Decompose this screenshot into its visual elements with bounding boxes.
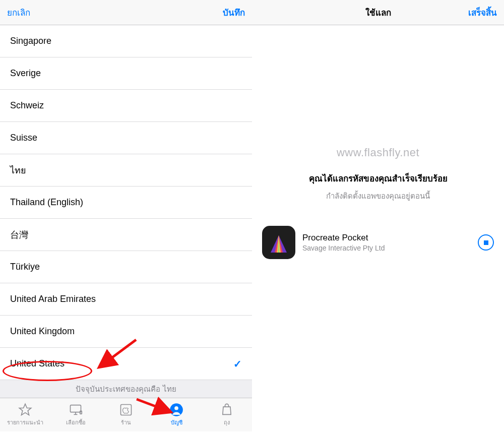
save-button[interactable]: บันทึก [205,6,245,19]
redeem-success-subtitle: กำลังติดตั้งแอพของคุณอยู่ตอนนี้ [267,190,489,202]
tab-label: ถุง [224,418,230,427]
stop-icon [484,240,488,245]
tab-label: รายการแนะนำ [7,418,43,427]
current-country-status: ปัจจุบันประเทศของคุณคือ ไทย [0,380,252,398]
country-name: United States [10,358,65,369]
prism-icon [268,234,290,255]
country-row[interactable]: Schweiz [0,90,252,122]
status-text: ปัจจุบันประเทศของคุณคือ ไทย [76,383,176,395]
country-list: Singapore Sverige Schweiz Suisse ไทย Tha… [0,25,252,380]
app-name: Procreate Pocket [302,233,471,243]
checkmark-icon: ✓ [233,358,242,370]
country-row[interactable]: Thailand (English) [0,187,252,219]
done-button[interactable]: เสร็จสิ้น [457,6,497,19]
country-name: Thailand (English) [10,197,83,208]
cancel-button[interactable]: ยกเลิก [7,6,47,19]
country-name: Sverige [10,68,41,79]
navbar-right: ใช้แลก เสร็จสิ้น [252,0,504,25]
apple-store-icon [119,403,133,417]
imac-icon [69,403,83,417]
star-icon [18,403,32,417]
person-circle-icon [169,403,183,417]
tab-bar: รายการแนะนำ เลือกซื้อ ร้าน บัญชี ถุง [0,398,252,431]
country-row[interactable]: United States ✓ [0,348,252,380]
watermark-text: www.flashfly.net [252,146,504,159]
tab-label: บัญชี [171,418,182,427]
redeem-success-title: คุณได้แลกรหัสของคุณสำเร็จเรียบร้อย [267,171,489,185]
country-name: ไทย [10,163,26,177]
country-name: Suisse [10,133,37,143]
country-name: Singapore [10,36,51,46]
tab-label: ร้าน [121,418,131,427]
svg-rect-1 [71,405,81,412]
svg-point-7 [174,406,178,410]
country-row[interactable]: Suisse [0,122,252,154]
app-icon[interactable] [262,226,295,259]
tab-shop[interactable]: เลือกซื้อ [50,403,101,427]
tab-store[interactable]: ร้าน [101,403,151,427]
app-developer: Savage Interactive Pty Ltd [302,244,471,252]
country-row[interactable]: Sverige [0,57,252,90]
country-row[interactable]: United Kingdom [0,316,252,348]
country-name: Türkiye [10,262,40,272]
nav-title-right: ใช้แลก [299,6,457,19]
country-name: Schweiz [10,100,44,111]
country-row[interactable]: Singapore [0,25,252,57]
country-row[interactable]: United Arab Emirates [0,283,252,316]
country-row[interactable]: ไทย [0,154,252,187]
bag-icon [220,403,234,417]
country-name: United Arab Emirates [10,294,96,304]
country-name: 台灣 [10,229,28,241]
svg-rect-5 [121,405,132,415]
tab-label: เลือกซื้อ [66,418,86,427]
svg-marker-0 [19,404,31,415]
navbar-left: ยกเลิก บันทึก [0,0,252,25]
tab-account[interactable]: บัญชี [151,403,202,427]
app-row: Procreate Pocket Savage Interactive Pty … [262,226,494,259]
country-row[interactable]: 台灣 [0,219,252,251]
country-name: United Kingdom [10,326,75,337]
stop-download-button[interactable] [478,234,494,251]
tab-featured[interactable]: รายการแนะนำ [0,403,50,427]
country-row[interactable]: Türkiye [0,251,252,283]
tab-bag[interactable]: ถุง [202,403,252,427]
